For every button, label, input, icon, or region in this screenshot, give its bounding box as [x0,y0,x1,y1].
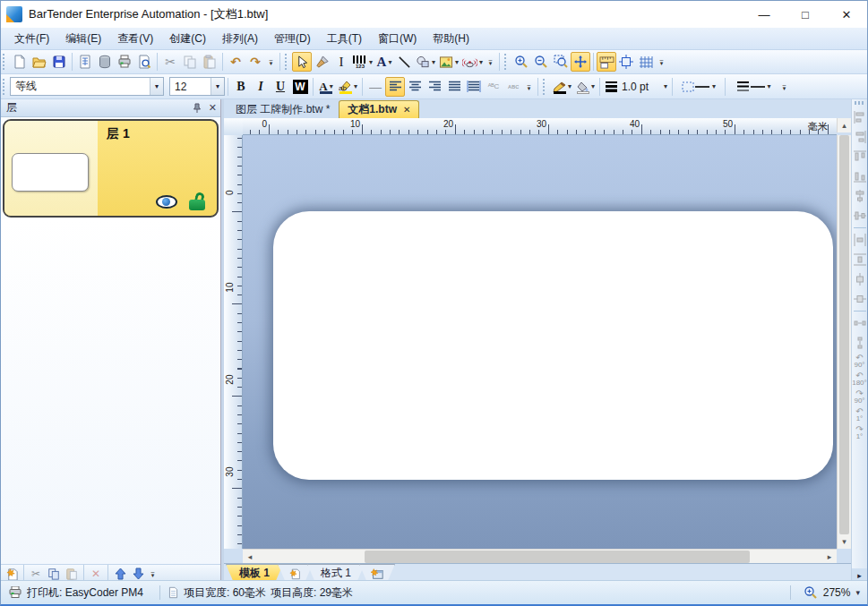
close-panel-icon[interactable]: ✕ [209,102,217,114]
minimize-button[interactable]: — [743,1,785,28]
center-horizontally-in-template-button[interactable] [853,233,867,247]
menu-view[interactable]: 查看(V) [109,29,161,49]
align-center-button[interactable] [405,77,425,97]
text-cursor-tool-button[interactable]: I [331,52,351,72]
rotate-left-1-button[interactable]: ↶1° [852,408,867,422]
fill-color-button[interactable]: ▾ [573,77,597,97]
open-document-button[interactable] [30,52,49,72]
scroll-up-button[interactable]: ▴ [837,118,851,132]
chevron-down-icon[interactable]: ▾ [211,78,224,95]
toolbar-grip[interactable] [3,79,7,95]
align-left-button[interactable] [385,77,405,97]
toggle-grid-button[interactable] [636,52,656,72]
format-painter-button[interactable] [312,52,331,72]
zoom-rectangle-button[interactable] [551,52,571,72]
horizontal-scroll-thumb[interactable] [365,551,750,563]
border-style-control[interactable]: ▾ [728,77,778,97]
strikeout-button[interactable]: — [365,77,385,97]
align-top-edges-button[interactable] [853,149,867,164]
menu-create[interactable]: 创建(C) [161,29,214,49]
scroll-right-button[interactable]: ▸ [822,550,837,564]
toolbar-grip[interactable] [3,54,7,70]
layer-item[interactable]: 层 1 [3,119,219,218]
rotate-left-90-button[interactable]: ↶90° [852,354,867,369]
justify-distribute-button[interactable] [464,77,484,97]
print-preview-button[interactable] [134,52,154,72]
registration-marks-button[interactable] [616,52,636,72]
view-toolbar-overflow-button[interactable]: –▾ [656,52,667,72]
rotate-right-1-button[interactable]: ↷1° [852,426,867,440]
paste-button[interactable] [200,52,219,72]
align-left-edges-button[interactable] [853,110,867,124]
pin-icon[interactable] [193,103,202,114]
menu-help[interactable]: 帮助(H) [425,29,477,49]
increase-text-scale-button[interactable]: ᴬᴮC [484,77,503,97]
toolbar-grip[interactable] [543,79,547,95]
document-tab-inactive[interactable]: 图层 工牌制作.btw * [227,100,339,118]
standard-toolbar-overflow-button[interactable]: –▾ [265,52,277,72]
horizontal-scrollbar[interactable]: ◂ ▸ [243,549,837,563]
page-setup-button[interactable] [75,52,95,72]
copy-button[interactable] [180,52,200,72]
highlight-color-button[interactable]: ab▾ [336,77,359,97]
create-rfid-button[interactable]: ▾ [460,52,485,72]
toolbar-grip[interactable] [855,101,865,105]
save-button[interactable] [49,52,69,72]
rotate-180-button[interactable]: ↶180° [852,372,867,387]
justify-button[interactable] [444,77,464,97]
line-color-button[interactable]: ▾ [550,77,573,97]
center-horizontally-button[interactable] [853,272,867,286]
menu-tools[interactable]: 工具(T) [319,29,370,49]
align-right-button[interactable] [425,77,444,97]
toolbar-grip[interactable] [504,54,509,70]
tab-close-icon[interactable]: ✕ [403,105,410,115]
chevron-down-icon[interactable]: ▾ [150,78,163,95]
wide-text-button[interactable]: W [290,77,310,97]
layer-visibility-eye-icon[interactable] [156,195,177,209]
create-barcode-button[interactable]: 123 ▾ [351,52,374,72]
label-template-shape[interactable] [273,211,833,480]
menu-file[interactable]: 文件(F) [6,29,57,49]
create-shape-button[interactable]: ▾ [414,52,437,72]
new-document-button[interactable] [10,52,30,72]
create-line-button[interactable] [394,52,414,72]
document-tab-active[interactable]: 文档1.btw ✕ [339,100,419,118]
print-button[interactable] [115,52,134,72]
design-canvas[interactable] [243,135,837,549]
menu-manage[interactable]: 管理(D) [266,29,319,49]
undo-button[interactable]: ↶ [226,52,245,72]
toggle-rulers-button[interactable] [597,52,616,72]
menu-window[interactable]: 窗口(W) [370,29,425,49]
scroll-down-button[interactable]: ▾ [838,534,851,549]
vertical-scrollbar[interactable]: ▾ [837,135,851,549]
menu-edit[interactable]: 编辑(E) [57,29,109,49]
align-horizontal-centers-button[interactable] [853,189,867,203]
underline-button[interactable]: U [271,77,290,97]
font-color-button[interactable]: A▾ [316,77,336,97]
center-vertically-button[interactable] [853,292,867,306]
center-vertically-in-template-button[interactable] [853,252,867,267]
line-weight-control[interactable]: 1.0 pt ▾ [603,77,669,97]
align-vertical-centers-button[interactable] [853,209,867,223]
vertical-scroll-thumb[interactable] [839,135,849,534]
decrease-text-scale-button[interactable]: ᴀʙᴄ [503,77,523,97]
zoom-out-button[interactable] [531,52,551,72]
redo-button[interactable]: ↷ [245,52,265,72]
rotate-right-90-button[interactable]: ↷90° [852,390,867,405]
align-right-edges-button[interactable] [853,130,867,144]
font-size-combo[interactable]: 12 ▾ [169,77,225,96]
database-setup-button[interactable] [95,52,115,72]
close-button[interactable]: ✕ [826,1,867,28]
menu-arrange[interactable]: 排列(A) [214,29,266,49]
create-text-button[interactable]: A▾ [374,52,394,72]
layer-unlocked-icon[interactable] [188,192,206,210]
cut-button[interactable]: ✂ [160,52,180,72]
maximize-button[interactable]: □ [785,1,826,28]
bold-button[interactable]: B [231,77,251,97]
create-image-button[interactable]: ▾ [437,52,460,72]
toolbar-grip[interactable] [285,54,289,70]
italic-button[interactable]: I [251,77,271,97]
pan-tool-button[interactable] [571,52,590,72]
zoom-in-button[interactable] [511,52,531,72]
style-toolbar-overflow-button[interactable]: –▾ [778,77,790,97]
